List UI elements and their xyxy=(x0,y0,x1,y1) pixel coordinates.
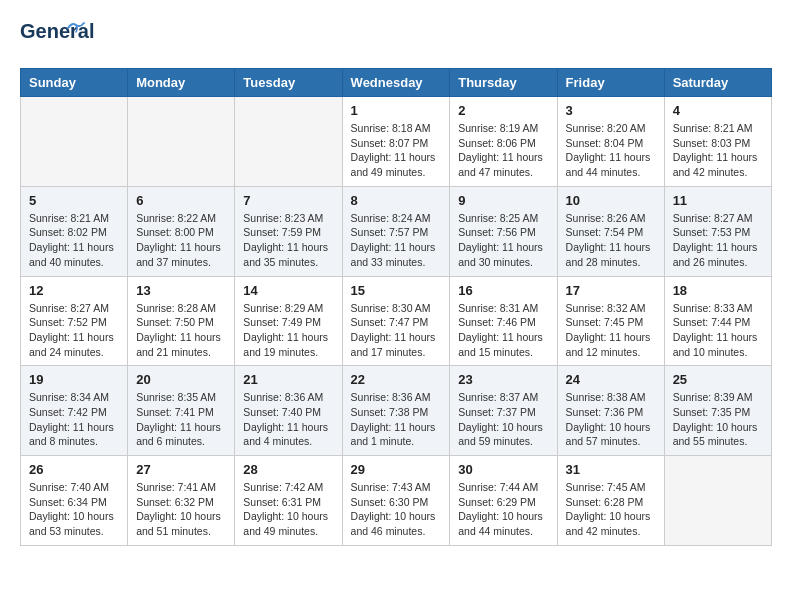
calendar-cell: 8Sunrise: 8:24 AM Sunset: 7:57 PM Daylig… xyxy=(342,186,450,276)
day-info: Sunrise: 8:24 AM Sunset: 7:57 PM Dayligh… xyxy=(351,211,442,270)
day-number: 4 xyxy=(673,103,763,118)
day-number: 22 xyxy=(351,372,442,387)
calendar-cell xyxy=(235,97,342,187)
day-info: Sunrise: 8:30 AM Sunset: 7:47 PM Dayligh… xyxy=(351,301,442,360)
day-info: Sunrise: 8:35 AM Sunset: 7:41 PM Dayligh… xyxy=(136,390,226,449)
day-info: Sunrise: 8:26 AM Sunset: 7:54 PM Dayligh… xyxy=(566,211,656,270)
calendar-cell: 5Sunrise: 8:21 AM Sunset: 8:02 PM Daylig… xyxy=(21,186,128,276)
col-header-sunday: Sunday xyxy=(21,69,128,97)
calendar-cell: 3Sunrise: 8:20 AM Sunset: 8:04 PM Daylig… xyxy=(557,97,664,187)
day-number: 14 xyxy=(243,283,333,298)
calendar-week-row: 19Sunrise: 8:34 AM Sunset: 7:42 PM Dayli… xyxy=(21,366,772,456)
day-number: 3 xyxy=(566,103,656,118)
day-number: 8 xyxy=(351,193,442,208)
calendar-cell: 18Sunrise: 8:33 AM Sunset: 7:44 PM Dayli… xyxy=(664,276,771,366)
day-number: 29 xyxy=(351,462,442,477)
calendar-cell: 16Sunrise: 8:31 AM Sunset: 7:46 PM Dayli… xyxy=(450,276,557,366)
calendar-cell: 6Sunrise: 8:22 AM Sunset: 8:00 PM Daylig… xyxy=(128,186,235,276)
day-number: 17 xyxy=(566,283,656,298)
calendar-week-row: 12Sunrise: 8:27 AM Sunset: 7:52 PM Dayli… xyxy=(21,276,772,366)
calendar-cell: 1Sunrise: 8:18 AM Sunset: 8:07 PM Daylig… xyxy=(342,97,450,187)
calendar-cell: 28Sunrise: 7:42 AM Sunset: 6:31 PM Dayli… xyxy=(235,456,342,546)
day-number: 28 xyxy=(243,462,333,477)
calendar-table: SundayMondayTuesdayWednesdayThursdayFrid… xyxy=(20,68,772,546)
day-info: Sunrise: 8:21 AM Sunset: 8:02 PM Dayligh… xyxy=(29,211,119,270)
logo-bird-icon xyxy=(66,20,86,34)
day-number: 7 xyxy=(243,193,333,208)
day-info: Sunrise: 7:41 AM Sunset: 6:32 PM Dayligh… xyxy=(136,480,226,539)
day-number: 11 xyxy=(673,193,763,208)
day-info: Sunrise: 8:21 AM Sunset: 8:03 PM Dayligh… xyxy=(673,121,763,180)
calendar-week-row: 5Sunrise: 8:21 AM Sunset: 8:02 PM Daylig… xyxy=(21,186,772,276)
col-header-tuesday: Tuesday xyxy=(235,69,342,97)
calendar-cell: 12Sunrise: 8:27 AM Sunset: 7:52 PM Dayli… xyxy=(21,276,128,366)
calendar-week-row: 26Sunrise: 7:40 AM Sunset: 6:34 PM Dayli… xyxy=(21,456,772,546)
calendar-cell: 14Sunrise: 8:29 AM Sunset: 7:49 PM Dayli… xyxy=(235,276,342,366)
day-info: Sunrise: 7:42 AM Sunset: 6:31 PM Dayligh… xyxy=(243,480,333,539)
day-info: Sunrise: 8:37 AM Sunset: 7:37 PM Dayligh… xyxy=(458,390,548,449)
calendar-cell: 20Sunrise: 8:35 AM Sunset: 7:41 PM Dayli… xyxy=(128,366,235,456)
calendar-cell: 22Sunrise: 8:36 AM Sunset: 7:38 PM Dayli… xyxy=(342,366,450,456)
day-number: 20 xyxy=(136,372,226,387)
day-number: 16 xyxy=(458,283,548,298)
day-info: Sunrise: 8:34 AM Sunset: 7:42 PM Dayligh… xyxy=(29,390,119,449)
day-number: 27 xyxy=(136,462,226,477)
day-info: Sunrise: 8:23 AM Sunset: 7:59 PM Dayligh… xyxy=(243,211,333,270)
day-number: 31 xyxy=(566,462,656,477)
day-number: 21 xyxy=(243,372,333,387)
col-header-friday: Friday xyxy=(557,69,664,97)
calendar-cell: 10Sunrise: 8:26 AM Sunset: 7:54 PM Dayli… xyxy=(557,186,664,276)
calendar-cell: 4Sunrise: 8:21 AM Sunset: 8:03 PM Daylig… xyxy=(664,97,771,187)
calendar-cell: 19Sunrise: 8:34 AM Sunset: 7:42 PM Dayli… xyxy=(21,366,128,456)
calendar-cell: 23Sunrise: 8:37 AM Sunset: 7:37 PM Dayli… xyxy=(450,366,557,456)
calendar-cell: 30Sunrise: 7:44 AM Sunset: 6:29 PM Dayli… xyxy=(450,456,557,546)
day-info: Sunrise: 7:45 AM Sunset: 6:28 PM Dayligh… xyxy=(566,480,656,539)
day-info: Sunrise: 8:29 AM Sunset: 7:49 PM Dayligh… xyxy=(243,301,333,360)
calendar-week-row: 1Sunrise: 8:18 AM Sunset: 8:07 PM Daylig… xyxy=(21,97,772,187)
day-number: 24 xyxy=(566,372,656,387)
day-number: 10 xyxy=(566,193,656,208)
calendar-cell: 25Sunrise: 8:39 AM Sunset: 7:35 PM Dayli… xyxy=(664,366,771,456)
day-info: Sunrise: 8:22 AM Sunset: 8:00 PM Dayligh… xyxy=(136,211,226,270)
day-info: Sunrise: 8:32 AM Sunset: 7:45 PM Dayligh… xyxy=(566,301,656,360)
day-number: 18 xyxy=(673,283,763,298)
calendar-cell xyxy=(664,456,771,546)
day-info: Sunrise: 8:20 AM Sunset: 8:04 PM Dayligh… xyxy=(566,121,656,180)
calendar-header-row: SundayMondayTuesdayWednesdayThursdayFrid… xyxy=(21,69,772,97)
day-number: 1 xyxy=(351,103,442,118)
day-info: Sunrise: 8:27 AM Sunset: 7:52 PM Dayligh… xyxy=(29,301,119,360)
day-number: 30 xyxy=(458,462,548,477)
col-header-wednesday: Wednesday xyxy=(342,69,450,97)
day-info: Sunrise: 8:38 AM Sunset: 7:36 PM Dayligh… xyxy=(566,390,656,449)
calendar-cell: 17Sunrise: 8:32 AM Sunset: 7:45 PM Dayli… xyxy=(557,276,664,366)
day-number: 6 xyxy=(136,193,226,208)
day-number: 12 xyxy=(29,283,119,298)
calendar-cell: 2Sunrise: 8:19 AM Sunset: 8:06 PM Daylig… xyxy=(450,97,557,187)
day-info: Sunrise: 8:33 AM Sunset: 7:44 PM Dayligh… xyxy=(673,301,763,360)
day-number: 25 xyxy=(673,372,763,387)
day-info: Sunrise: 8:18 AM Sunset: 8:07 PM Dayligh… xyxy=(351,121,442,180)
calendar-cell: 13Sunrise: 8:28 AM Sunset: 7:50 PM Dayli… xyxy=(128,276,235,366)
day-info: Sunrise: 8:36 AM Sunset: 7:40 PM Dayligh… xyxy=(243,390,333,449)
day-number: 13 xyxy=(136,283,226,298)
col-header-saturday: Saturday xyxy=(664,69,771,97)
day-number: 5 xyxy=(29,193,119,208)
col-header-thursday: Thursday xyxy=(450,69,557,97)
day-info: Sunrise: 7:43 AM Sunset: 6:30 PM Dayligh… xyxy=(351,480,442,539)
day-info: Sunrise: 8:27 AM Sunset: 7:53 PM Dayligh… xyxy=(673,211,763,270)
day-info: Sunrise: 8:36 AM Sunset: 7:38 PM Dayligh… xyxy=(351,390,442,449)
calendar-cell: 7Sunrise: 8:23 AM Sunset: 7:59 PM Daylig… xyxy=(235,186,342,276)
calendar-cell: 31Sunrise: 7:45 AM Sunset: 6:28 PM Dayli… xyxy=(557,456,664,546)
day-info: Sunrise: 8:39 AM Sunset: 7:35 PM Dayligh… xyxy=(673,390,763,449)
day-number: 15 xyxy=(351,283,442,298)
day-info: Sunrise: 8:31 AM Sunset: 7:46 PM Dayligh… xyxy=(458,301,548,360)
calendar-cell: 29Sunrise: 7:43 AM Sunset: 6:30 PM Dayli… xyxy=(342,456,450,546)
logo: General xyxy=(20,20,68,58)
day-number: 9 xyxy=(458,193,548,208)
calendar-cell: 11Sunrise: 8:27 AM Sunset: 7:53 PM Dayli… xyxy=(664,186,771,276)
calendar-cell: 15Sunrise: 8:30 AM Sunset: 7:47 PM Dayli… xyxy=(342,276,450,366)
col-header-monday: Monday xyxy=(128,69,235,97)
day-info: Sunrise: 8:28 AM Sunset: 7:50 PM Dayligh… xyxy=(136,301,226,360)
day-number: 2 xyxy=(458,103,548,118)
day-info: Sunrise: 8:25 AM Sunset: 7:56 PM Dayligh… xyxy=(458,211,548,270)
